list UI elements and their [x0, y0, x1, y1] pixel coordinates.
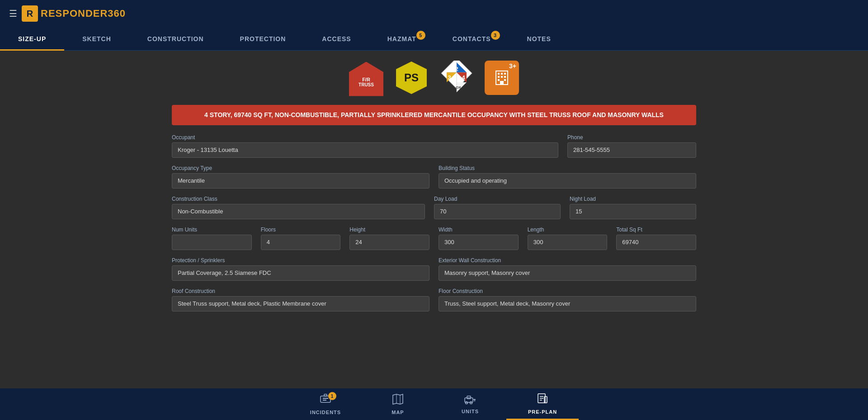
construction-class-value: Non-Combustible [172, 204, 425, 219]
protection-value: Partial Coverage, 2.5 Siamese FDC [172, 265, 429, 281]
night-load-value: 15 [570, 204, 696, 219]
tab-sketch[interactable]: SKETCH [64, 27, 129, 51]
fr-truss-top-label: F/R [362, 77, 370, 82]
svg-rect-37 [544, 396, 547, 403]
svg-rect-24 [323, 398, 328, 399]
building-status-value: Occupied and operating [439, 173, 696, 189]
building-icon [493, 69, 510, 86]
bottom-nav-incidents[interactable]: INCIDENTS 1 [289, 388, 362, 420]
form-row-occupant: Occupant Kroger - 13135 Louetta Phone 28… [172, 134, 696, 158]
form-row-dimensions: Num Units Floors 4 Height 24 Width 300 L… [172, 227, 696, 250]
logo: R RESPONDER360 [22, 5, 126, 22]
fr-truss-badge[interactable]: F/R TRUSS [348, 60, 384, 98]
tab-size-up[interactable]: SIZE-UP [0, 27, 64, 51]
occupant-label: Occupant [172, 134, 558, 141]
tab-construction[interactable]: CONSTRUCTION [129, 27, 222, 51]
bottom-nav: INCIDENTS 1 MAP UNITS [0, 388, 868, 420]
svg-rect-19 [504, 76, 506, 78]
map-icon [392, 393, 404, 408]
preplan-label: PRE-PLAN [528, 409, 557, 415]
svg-point-32 [466, 402, 468, 404]
form-group-num-units: Num Units [172, 227, 252, 250]
day-load-value: 70 [434, 204, 561, 219]
logo-text: RESPONDER360 [41, 8, 126, 19]
map-label: MAP [392, 410, 404, 415]
form-row-occupancy: Occupancy Type Mercantile Building Statu… [172, 165, 696, 189]
ps-badge-container[interactable]: PS [393, 60, 429, 96]
phone-label: Phone [567, 134, 696, 141]
logo-name-accent: 360 [108, 8, 126, 19]
nfpa-diamond: 2 4 3 OX [439, 61, 474, 95]
night-load-label: Night Load [570, 196, 696, 202]
svg-rect-26 [324, 394, 327, 396]
bottom-nav-preplan[interactable]: PRE-PLAN [506, 388, 579, 420]
ps-badge: PS [394, 61, 429, 95]
floor-value: Truss, Steel support, Metal deck, Masonr… [439, 296, 696, 311]
svg-rect-15 [501, 73, 503, 75]
length-value: 300 [528, 235, 608, 250]
form-row-protection: Protection / Sprinklers Partial Coverage… [172, 257, 696, 281]
form-row-construction: Construction Class Non-Combustible Day L… [172, 196, 696, 219]
svg-rect-20 [498, 79, 500, 81]
contacts-badge: 3 [491, 31, 500, 40]
height-value: 24 [349, 235, 429, 250]
fr-truss-shape: F/R TRUSS [349, 62, 383, 96]
bottom-nav-map[interactable]: MAP [362, 388, 434, 420]
svg-rect-31 [467, 396, 471, 399]
top-header: ☰ R RESPONDER360 [0, 0, 868, 27]
logo-icon: R [22, 5, 38, 22]
protection-label: Protection / Sprinklers [172, 257, 429, 264]
main-content: F/R TRUSS PS 2 4 [0, 51, 868, 388]
svg-text:PS: PS [404, 71, 419, 84]
svg-marker-27 [393, 394, 403, 404]
day-load-label: Day Load [434, 196, 561, 202]
floors-value: 4 [261, 235, 341, 250]
form-row-roof: Roof Construction Steel Truss support, M… [172, 288, 696, 311]
svg-rect-25 [323, 400, 326, 401]
form-group-phone: Phone 281-545-5555 [567, 134, 696, 158]
svg-rect-16 [504, 73, 506, 75]
tab-access[interactable]: ACCESS [304, 27, 369, 51]
form-group-height: Height 24 [349, 227, 429, 250]
form-group-building-status: Building Status Occupied and operating [439, 165, 696, 189]
num-units-label: Num Units [172, 227, 252, 233]
tab-notes[interactable]: NOTES [509, 27, 569, 51]
floors-label: Floors [261, 227, 341, 233]
form-group-roof: Roof Construction Steel Truss support, M… [172, 288, 429, 311]
building-plus-label: 3+ [509, 62, 516, 70]
form-group-protection: Protection / Sprinklers Partial Coverage… [172, 257, 429, 281]
alert-banner: 4 STORY, 69740 SQ FT, NON-COMBUSTIBLE, P… [172, 105, 696, 125]
bottom-nav-units[interactable]: UNITS [434, 388, 506, 420]
incidents-badge: 1 [328, 392, 336, 400]
occupancy-type-label: Occupancy Type [172, 165, 429, 171]
svg-rect-14 [498, 73, 500, 75]
tab-contacts[interactable]: CONTACTS 3 [434, 27, 509, 51]
svg-text:4: 4 [462, 74, 465, 81]
menu-icon[interactable]: ☰ [9, 8, 17, 19]
tab-protection[interactable]: PROTECTION [222, 27, 304, 51]
building-icons-row: F/R TRUSS PS 2 4 [0, 60, 868, 98]
building-badge: 3+ [485, 61, 519, 95]
total-sq-ft-label: Total Sq Ft [616, 227, 696, 233]
form-group-day-load: Day Load 70 [434, 196, 561, 219]
length-label: Length [528, 227, 608, 233]
hazmat-badge: 5 [416, 31, 425, 40]
tab-hazmat[interactable]: HAZMAT 5 [369, 27, 434, 51]
roof-value: Steel Truss support, Metal deck, Plastic… [172, 296, 429, 311]
svg-rect-18 [501, 76, 503, 78]
form-group-occupant: Occupant Kroger - 13135 Louetta [172, 134, 558, 158]
units-label: UNITS [462, 409, 479, 414]
svg-rect-21 [504, 79, 506, 81]
form-group-construction-class: Construction Class Non-Combustible [172, 196, 425, 219]
form-area: Occupant Kroger - 13135 Louetta Phone 28… [0, 125, 868, 328]
tab-navigation: SIZE-UP SKETCH CONSTRUCTION PROTECTION A… [0, 27, 868, 51]
form-group-length: Length 300 [528, 227, 608, 250]
form-group-floor: Floor Construction Truss, Steel support,… [439, 288, 696, 311]
form-group-occupancy-type: Occupancy Type Mercantile [172, 165, 429, 189]
building-badge-container[interactable]: 3+ [484, 60, 520, 96]
phone-value: 281-545-5555 [567, 142, 696, 158]
nfpa-diamond-container[interactable]: 2 4 3 OX [439, 60, 475, 96]
logo-area: ☰ R RESPONDER360 [0, 5, 135, 22]
construction-class-label: Construction Class [172, 196, 425, 202]
fr-truss-bottom-label: TRUSS [359, 82, 374, 87]
